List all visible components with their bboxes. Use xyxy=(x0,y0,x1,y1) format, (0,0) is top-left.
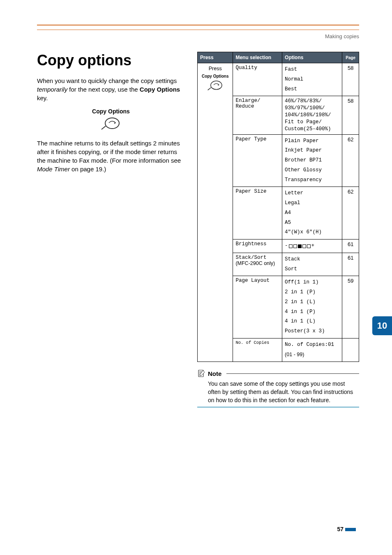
note-title: Note xyxy=(208,370,221,377)
menu-cell: Stack/Sort(MFC-290C only) xyxy=(233,253,282,276)
menu-cell: Paper Size xyxy=(233,187,282,240)
page-ref-cell xyxy=(342,338,359,362)
option-value: A4 xyxy=(285,210,291,216)
page-ref-cell: 61 xyxy=(342,253,359,276)
options-cell: StackSort xyxy=(282,253,342,276)
option-value: Poster(3 x 3) xyxy=(285,328,325,334)
page-number: 57 xyxy=(337,526,356,532)
breadcrumb: Making copies xyxy=(37,33,359,39)
option-value: Normal xyxy=(285,76,303,82)
page-ref-cell: 61 xyxy=(342,240,359,253)
option-value: Fast xyxy=(285,67,297,72)
intro-italic: Mode Timer xyxy=(37,166,70,173)
options-cell: - + xyxy=(282,240,342,253)
copy-options-button-illustration: Copy Options xyxy=(37,108,185,132)
note-end-rule xyxy=(197,407,359,408)
top-rule-thick xyxy=(37,25,359,25)
page-ref-cell: 62 xyxy=(342,134,359,187)
options-cell: 46%/78%/83%/93%/97%/100%/104%/186%/198%/… xyxy=(282,96,342,134)
page-ref-cell: 58 xyxy=(342,96,359,134)
note-block: Note You can save some of the copy setti… xyxy=(197,369,359,408)
note-rule xyxy=(226,373,359,374)
option-value: 2 in 1 (P) xyxy=(285,289,316,295)
options-cell: Off(1 in 1)2 in 1 (P)2 in 1 (L)4 in 1 (P… xyxy=(282,276,342,339)
option-range: (01 - 99) xyxy=(285,352,304,357)
icon-label: Copy Options xyxy=(92,108,130,115)
option-value: 4"(W)x 6"(H) xyxy=(285,229,322,235)
option-value: Inkjet Paper xyxy=(285,147,322,153)
page-ref-cell: 62 xyxy=(342,187,359,240)
intro-bold: Copy Options xyxy=(140,86,180,93)
option-value: Transparency xyxy=(285,177,322,183)
intro-paragraph-2: The machine returns to its default setti… xyxy=(37,139,185,173)
intro-text: When you want to quickly change the copy… xyxy=(37,77,177,84)
page-ref-cell: 59 xyxy=(342,276,359,339)
svg-point-0 xyxy=(105,118,119,129)
copy-options-icon xyxy=(207,80,224,92)
th-options: Options xyxy=(282,52,342,63)
options-table: Press Menu selection Options Page PressC… xyxy=(197,52,359,362)
svg-point-1 xyxy=(210,81,221,90)
options-cell: No. of Copies:01(01 - 99) xyxy=(282,338,342,362)
note-icon xyxy=(197,369,205,378)
intro-text: on page 19.) xyxy=(70,166,106,173)
option-value: Stack xyxy=(285,256,300,262)
option-value: No. of Copies:01 xyxy=(285,342,334,348)
intro-text: for the next copy, use the xyxy=(67,86,140,93)
chapter-tab: 10 xyxy=(372,316,392,335)
option-value: 4 in 1 (P) xyxy=(285,309,316,315)
copy-options-label: Copy Options xyxy=(200,74,230,78)
intro-text: The machine returns to its default setti… xyxy=(37,140,181,164)
left-column: Copy options When you want to quickly ch… xyxy=(37,52,185,408)
options-cell: Plain PaperInkjet PaperBrother BP71Other… xyxy=(282,134,342,187)
option-value: Legal xyxy=(285,200,300,206)
option-value: Other Glossy xyxy=(285,167,322,173)
intro-italic: temporarily xyxy=(37,86,67,93)
options-cell: FastNormalBest xyxy=(282,63,342,96)
note-body: You can save some of the copy settings y… xyxy=(208,380,359,404)
option-value: Sort xyxy=(285,266,297,272)
press-cell: PressCopy Options xyxy=(198,63,233,362)
menu-cell: Enlarge/Reduce xyxy=(233,96,282,134)
copy-options-icon xyxy=(101,117,121,131)
menu-cell: Quality xyxy=(233,63,282,96)
intro-text: key. xyxy=(37,94,48,101)
option-value: Off(1 in 1) xyxy=(285,279,319,285)
menu-cell: Brightness xyxy=(233,240,282,253)
option-value: Letter xyxy=(285,190,303,196)
brightness-indicator: - + xyxy=(285,241,314,251)
page-number-text: 57 xyxy=(337,526,344,532)
th-menu: Menu selection xyxy=(233,52,282,63)
right-column: Press Menu selection Options Page PressC… xyxy=(197,52,359,408)
options-cell: LetterLegalA4A54"(W)x 6"(H) xyxy=(282,187,342,240)
top-rule-thin xyxy=(37,30,359,30)
menu-cell: Paper Type xyxy=(233,134,282,187)
option-value: Plain Paper xyxy=(285,138,319,144)
page-number-bar xyxy=(345,528,356,531)
press-label: Press xyxy=(209,66,222,71)
th-press: Press xyxy=(198,52,233,63)
option-value: 2 in 1 (L) xyxy=(285,299,316,305)
option-value: Best xyxy=(285,86,297,92)
table-row: PressCopy OptionsQualityFastNormalBest58 xyxy=(198,63,359,96)
menu-cell: No. of Copies xyxy=(233,338,282,362)
intro-paragraph-1: When you want to quickly change the copy… xyxy=(37,76,185,102)
option-value: Brother BP71 xyxy=(285,157,322,163)
menu-cell: Page Layout xyxy=(233,276,282,339)
option-value: 4 in 1 (L) xyxy=(285,318,316,324)
page-title: Copy options xyxy=(37,52,185,69)
option-value: A5 xyxy=(285,220,291,226)
page-ref-cell: 58 xyxy=(342,63,359,96)
th-page: Page xyxy=(342,52,359,63)
